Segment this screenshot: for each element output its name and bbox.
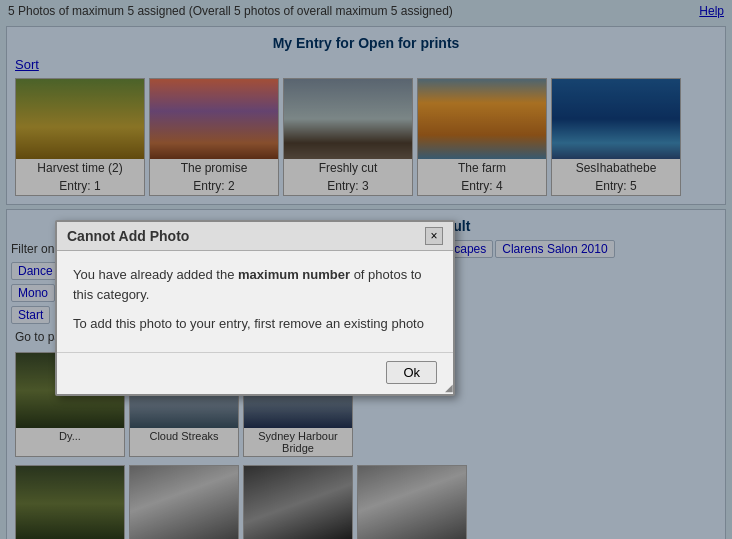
cannot-add-photo-dialog: Cannot Add Photo × You have already adde…: [55, 220, 455, 396]
modal-message-1: You have already added the maximum numbe…: [73, 265, 437, 304]
modal-title: Cannot Add Photo: [67, 228, 189, 244]
modal-message-1-pre: You have already added the: [73, 267, 238, 282]
modal-close-button[interactable]: ×: [425, 227, 443, 245]
modal-ok-button[interactable]: Ok: [386, 361, 437, 384]
modal-body: You have already added the maximum numbe…: [57, 251, 453, 352]
modal-footer: Ok: [57, 352, 453, 394]
resize-handle[interactable]: ◢: [441, 382, 453, 394]
modal-message-2: To add this photo to your entry, first r…: [73, 314, 437, 334]
modal-message-1-bold: maximum number: [238, 267, 350, 282]
modal-title-bar: Cannot Add Photo ×: [57, 222, 453, 251]
